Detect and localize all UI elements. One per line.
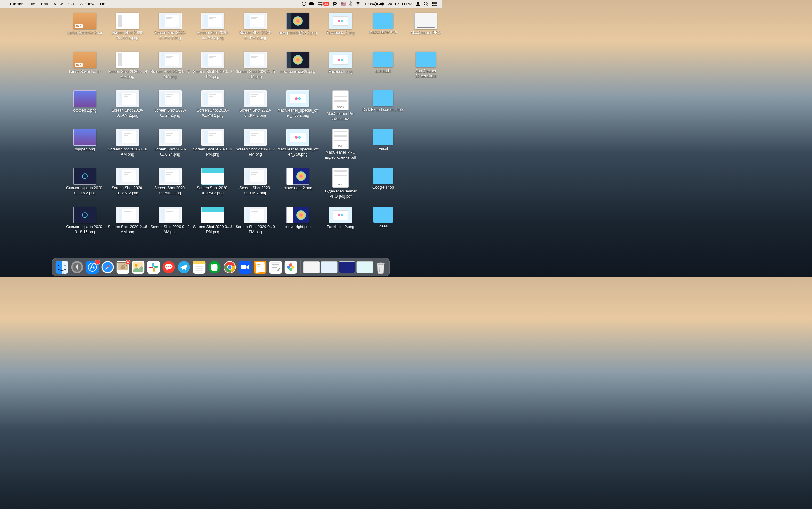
desktop-icon[interactable]: App Cleaner Screenshots	[404, 49, 442, 89]
dock-evernote[interactable]	[208, 260, 222, 274]
app-menu[interactable]: Finder	[10, 2, 23, 6]
wifi-icon[interactable]	[355, 2, 361, 6]
desktop-icon[interactable]: Facebook.png	[319, 49, 362, 89]
desktop-icon[interactable]: new-panels@2x.png	[276, 49, 319, 89]
desktop-icon[interactable]: RARLarisa Savenko 2.rar	[64, 11, 106, 49]
desktop-icon[interactable]: Screen Shot 2020-0...PM 2.png	[234, 89, 276, 127]
desktop-icon[interactable]: Screen Shot 2020-0...5 PM.png	[234, 49, 276, 89]
desktop-icon[interactable]: Screen Shot 2020-0...PM 2.png	[191, 11, 234, 49]
chat-icon[interactable]	[332, 2, 337, 6]
desktop-icon[interactable]: PDFMacCleaner PRO видео -...ение.pdf	[319, 127, 362, 166]
spotlight-icon[interactable]	[424, 2, 429, 6]
user-icon[interactable]	[415, 1, 420, 6]
battery-status[interactable]: 100%	[364, 2, 384, 6]
desktop-icon[interactable]: Facebook 2.png	[319, 205, 362, 244]
dock-notes[interactable]	[192, 260, 206, 274]
bluetooth-icon[interactable]	[349, 1, 352, 6]
dock-imessage[interactable]	[162, 260, 176, 274]
desktop-icon[interactable]: Снимок экрана 2020-0....16 2.png	[64, 166, 106, 205]
dock-app-store[interactable]: 3	[85, 260, 100, 274]
svg-rect-39	[153, 268, 155, 272]
desktop-icon[interactable]: Screen Shot 2020-0...PM 2.png	[149, 11, 191, 49]
desktop-icon[interactable]: Screen Shot 2020-0...8 PM.png	[191, 127, 234, 166]
dropbox-icon[interactable]: .81	[318, 2, 329, 6]
dock-minimized-window[interactable]	[303, 262, 320, 273]
desktop-icon[interactable]: Screen Shot 2020-0...8 AM.png	[106, 127, 149, 166]
fb-icon	[329, 13, 352, 29]
desktop-icon[interactable]: Screen Shot 2020-0...AM 2.png	[149, 166, 191, 205]
dock-zoom[interactable]	[238, 260, 252, 274]
record-icon[interactable]	[302, 2, 306, 6]
desktop-icon[interactable]: Screen Shot 2020-0...2 AM.png	[149, 205, 191, 244]
dock-launchpad[interactable]	[70, 260, 84, 274]
desktop-icon[interactable]: RARLarisa Savenko.rar	[64, 49, 106, 89]
desktop-icon[interactable]: MacCleaner Pro	[362, 11, 404, 49]
dock-slack[interactable]	[147, 260, 160, 274]
dock-mail[interactable]: 4	[116, 260, 130, 274]
desktop-icon[interactable]: move-right.png	[276, 205, 319, 244]
dock-minimized-window[interactable]	[357, 262, 373, 273]
desktop-icon[interactable]: Screen Shot 2020-0...7 PM.png	[234, 127, 276, 166]
dock-chrome[interactable]	[223, 260, 237, 274]
menu-view[interactable]: View	[54, 2, 63, 6]
desktop-icon[interactable]: move-right 2.png	[276, 166, 319, 205]
dock-photos-app[interactable]	[284, 260, 298, 274]
desktop-icon[interactable]: Screen Shot 2020-0...24 2.png	[149, 89, 191, 127]
desktop-icon[interactable]: Email	[362, 127, 404, 166]
desktop-icon[interactable]: Google shop	[362, 166, 404, 205]
desktop-icon[interactable]: Screen Shot 2020-0...3 PM.png	[191, 205, 234, 244]
desktop-icon[interactable]: Screen Shot 2020-0...AM 2.png	[106, 89, 149, 127]
dock-safari[interactable]	[101, 260, 115, 274]
desktop-icon[interactable]: ideas	[362, 205, 404, 244]
dock-finder[interactable]	[55, 260, 69, 274]
clock[interactable]: Wed 3:09 PM	[387, 2, 412, 6]
desktop-icon[interactable]: Снимок экрана 2020-0...8.16.png	[64, 205, 106, 244]
desktop-icon[interactable]: Screen Shot 2020-0...AM 2.png	[106, 166, 149, 205]
flag-icon[interactable]: 🇺🇸	[340, 2, 345, 6]
desktop-icon[interactable]: Screen Shot 2020-0...3 PM.png	[191, 49, 234, 89]
desktop-icon[interactable]: Screen Shot 2020-0...0 PM.png	[234, 205, 276, 244]
desktop-icon[interactable]: Screen Shot 2020-0...0.24.png	[149, 127, 191, 166]
desktop-icon[interactable]: оффер.png	[64, 127, 106, 166]
desktop-icon[interactable]: Screen Shot 2020-0...AM 2.png	[106, 11, 149, 49]
desktop-icon[interactable]: PDFвидео MacCleaner PRO [60].pdf	[319, 166, 362, 205]
dock-minimized-window[interactable]	[339, 262, 356, 273]
menu-window[interactable]: Window	[79, 2, 94, 6]
menu-help[interactable]: Help	[100, 2, 109, 6]
desktop-icon[interactable]: оффер 2.png	[64, 89, 106, 127]
dock-pages[interactable]	[253, 260, 267, 274]
notification-center-icon[interactable]	[432, 2, 437, 6]
desktop-icon[interactable]: Screen Shot 2020-0...PM 2.png	[191, 89, 234, 127]
desktop-icon[interactable]: Disk Expert screenshots	[362, 89, 404, 127]
desktop-icon[interactable]: MacCleaner_special_offer_750.png	[276, 127, 319, 166]
desktop-icon[interactable]: Screen Shot 2020-0...PM 2.png	[234, 166, 276, 205]
ss-teal-icon	[201, 207, 224, 223]
menu-file[interactable]: File	[29, 2, 35, 6]
desktop-icon[interactable]: site audit	[362, 49, 404, 89]
desktop-icon[interactable]: Screen Shot 2020-0...PM 2.png	[234, 11, 276, 49]
icon-label: Screen Shot 2020-0...2 AM.png	[149, 225, 191, 234]
ss-app-icon	[116, 13, 139, 29]
trash-icon[interactable]	[374, 260, 387, 274]
menu-edit[interactable]: Edit	[41, 2, 48, 6]
desktop-icon[interactable]: MacCleaner PRO	[404, 11, 442, 49]
icon-label: Снимок экрана 2020-0....16 2.png	[64, 186, 106, 196]
facetime-icon[interactable]	[309, 2, 315, 6]
desktop-icon[interactable]: Screen Shot 2020-0...4 AM.png	[106, 49, 149, 89]
svg-point-22	[65, 265, 66, 266]
desktop-icon[interactable]: Screen Shot 2020-0...7 AM.png	[149, 49, 191, 89]
desktop-icon[interactable]: DOCXMacCleaner Pro video.docx	[319, 89, 362, 127]
desktop[interactable]: RARLarisa Savenko 2.rarScreen Shot 2020-…	[0, 8, 442, 258]
svg-point-35	[135, 264, 138, 267]
desktop-icon[interactable]: Screen Shot 2020-0...PM 2.png	[191, 166, 234, 205]
dock-photos[interactable]	[131, 260, 145, 274]
dock-minimized-window[interactable]	[321, 262, 338, 273]
menu-go[interactable]: Go	[68, 2, 74, 6]
dock-telegram[interactable]	[177, 260, 191, 274]
ss-light-icon	[201, 129, 224, 146]
desktop-icon[interactable]: Screen Shot 2020-0...6 AM.png	[106, 205, 149, 244]
desktop-icon[interactable]: MacCleaner_special_offer_750 2.png	[276, 89, 319, 127]
desktop-icon[interactable]: new-panels@2x 2.png	[276, 11, 319, 49]
dock-textedit[interactable]	[269, 260, 283, 274]
desktop-icon[interactable]: Facebook_2.png	[319, 11, 362, 49]
